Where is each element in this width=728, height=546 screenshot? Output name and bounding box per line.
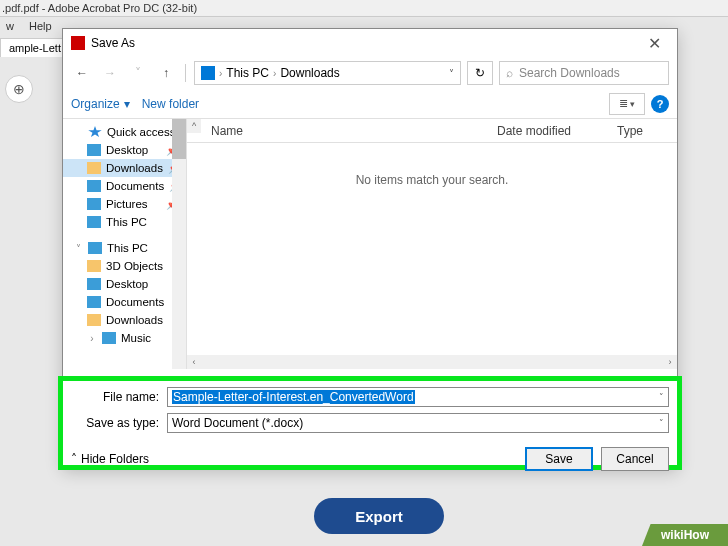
folder-tree[interactable]: Quick access Desktop📌 Downloads📌 Documen… bbox=[63, 119, 187, 369]
desktop-icon bbox=[87, 144, 101, 156]
search-input[interactable]: ⌕ Search Downloads bbox=[499, 61, 669, 85]
scroll-up-icon[interactable]: ^ bbox=[187, 119, 201, 133]
tree-music[interactable]: ›Music bbox=[63, 329, 186, 347]
music-icon bbox=[102, 332, 116, 344]
tree-3dobjects[interactable]: 3D Objects bbox=[63, 257, 186, 275]
filename-label: File name: bbox=[71, 390, 167, 404]
chevron-right-icon[interactable]: › bbox=[273, 68, 276, 79]
hide-folders-button[interactable]: ˄ Hide Folders bbox=[71, 452, 149, 466]
horizontal-scrollbar[interactable]: ‹ › bbox=[187, 355, 677, 369]
tree-thispc[interactable]: ˅This PC bbox=[63, 239, 186, 257]
pc-icon bbox=[87, 216, 101, 228]
filename-input[interactable]: Sample-Letter-of-Interest.en_ConvertedWo… bbox=[167, 387, 669, 407]
tree-quick-access[interactable]: Quick access bbox=[63, 123, 186, 141]
chevron-down-icon: ▾ bbox=[124, 97, 130, 111]
new-folder-button[interactable]: New folder bbox=[142, 97, 199, 111]
forward-button: → bbox=[99, 62, 121, 84]
col-type[interactable]: Type bbox=[607, 124, 677, 138]
crumb-this-pc[interactable]: This PC bbox=[226, 66, 269, 80]
cancel-button[interactable]: Cancel bbox=[601, 447, 669, 471]
savetype-label: Save as type: bbox=[71, 416, 167, 430]
menu-help[interactable]: Help bbox=[23, 18, 58, 34]
scroll-right-icon[interactable]: › bbox=[663, 355, 677, 369]
folder-icon bbox=[87, 260, 101, 272]
window-title: .pdf.pdf - Adobe Acrobat Pro DC (32-bit) bbox=[0, 0, 728, 17]
downloads-icon bbox=[87, 314, 101, 326]
chevron-down-icon[interactable]: ˅ bbox=[659, 392, 664, 402]
search-icon: ⌕ bbox=[506, 66, 513, 80]
savetype-value: Word Document (*.docx) bbox=[172, 416, 303, 430]
wikihow-watermark: wikiHow bbox=[642, 524, 728, 546]
dialog-titlebar: Save As ✕ bbox=[63, 29, 677, 57]
star-icon bbox=[88, 126, 102, 138]
pictures-icon bbox=[87, 198, 101, 210]
col-date[interactable]: Date modified bbox=[487, 124, 607, 138]
downloads-folder-icon bbox=[201, 66, 215, 80]
tree-documents[interactable]: Documents📌 bbox=[63, 177, 186, 195]
filename-value: Sample-Letter-of-Interest.en_ConvertedWo… bbox=[172, 390, 415, 404]
downloads-icon bbox=[87, 162, 101, 174]
empty-message: No items match your search. bbox=[187, 143, 677, 187]
tree-documents2[interactable]: Documents bbox=[63, 293, 186, 311]
tree-downloads[interactable]: Downloads📌 bbox=[63, 159, 186, 177]
crumb-downloads[interactable]: Downloads bbox=[280, 66, 339, 80]
back-button[interactable]: ← bbox=[71, 62, 93, 84]
nav-row: ← → ˅ ↑ › This PC › Downloads ˅ ↻ ⌕ Sear… bbox=[63, 57, 677, 89]
tree-scroll-thumb[interactable] bbox=[172, 119, 186, 159]
tree-thispc-quick[interactable]: This PC bbox=[63, 213, 186, 231]
menu-view[interactable]: w bbox=[0, 18, 20, 34]
documents-icon bbox=[87, 296, 101, 308]
organize-button[interactable]: Organize ▾ bbox=[71, 97, 130, 111]
highlight-box: File name: Sample-Letter-of-Interest.en_… bbox=[58, 376, 682, 470]
file-list: ^ Name Date modified Type No items match… bbox=[187, 119, 677, 369]
help-icon[interactable]: ? bbox=[651, 95, 669, 113]
dialog-title: Save As bbox=[91, 36, 135, 50]
up-button[interactable]: ↑ bbox=[155, 62, 177, 84]
breadcrumb[interactable]: › This PC › Downloads ˅ bbox=[194, 61, 461, 85]
chevron-right-icon[interactable]: › bbox=[219, 68, 222, 79]
pdf-icon bbox=[71, 36, 85, 50]
dialog-body: Quick access Desktop📌 Downloads📌 Documen… bbox=[63, 119, 677, 369]
refresh-button[interactable]: ↻ bbox=[467, 61, 493, 85]
crumb-dropdown-icon[interactable]: ˅ bbox=[449, 68, 454, 79]
toolbar: Organize ▾ New folder ≣▾ ? bbox=[63, 89, 677, 119]
nav-separator bbox=[185, 64, 186, 82]
desktop-icon bbox=[87, 278, 101, 290]
col-name[interactable]: Name bbox=[187, 124, 487, 138]
tree-desktop2[interactable]: Desktop bbox=[63, 275, 186, 293]
tree-pictures[interactable]: Pictures📌 bbox=[63, 195, 186, 213]
tree-desktop[interactable]: Desktop📌 bbox=[63, 141, 186, 159]
zoom-tool-icon[interactable]: ⊕ bbox=[5, 75, 33, 103]
chevron-down-icon[interactable]: ˅ bbox=[659, 418, 664, 428]
documents-icon bbox=[87, 180, 101, 192]
search-placeholder: Search Downloads bbox=[519, 66, 620, 80]
document-tab[interactable]: ample-Lett bbox=[0, 38, 70, 57]
file-list-header: Name Date modified Type bbox=[187, 119, 677, 143]
scroll-left-icon[interactable]: ‹ bbox=[187, 355, 201, 369]
close-button[interactable]: ✕ bbox=[640, 32, 669, 55]
chevron-up-icon: ˄ bbox=[71, 452, 77, 466]
save-button[interactable]: Save bbox=[525, 447, 593, 471]
export-button[interactable]: Export bbox=[314, 498, 444, 534]
tree-downloads2[interactable]: Downloads bbox=[63, 311, 186, 329]
pc-icon bbox=[88, 242, 102, 254]
savetype-select[interactable]: Word Document (*.docx) ˅ bbox=[167, 413, 669, 433]
recent-dropdown[interactable]: ˅ bbox=[127, 62, 149, 84]
view-options-button[interactable]: ≣▾ bbox=[609, 93, 645, 115]
